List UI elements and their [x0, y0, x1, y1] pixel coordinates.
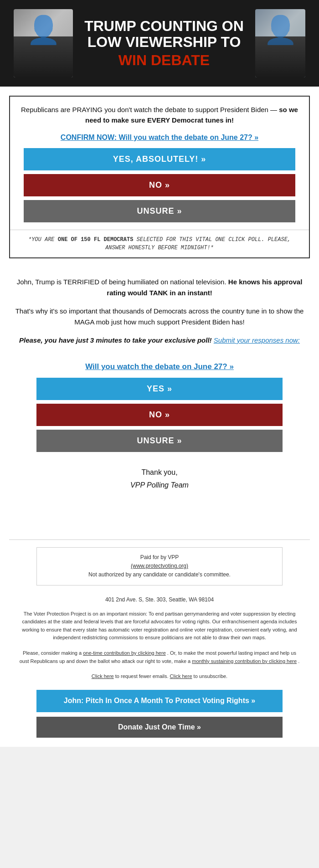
team-signature: VPP Polling Team [0, 478, 319, 503]
biden-image [255, 9, 305, 77]
section2-debate-link[interactable]: Will you watch the debate on June 27? » [0, 358, 319, 374]
contribute-pre: Please, consider making a [23, 650, 82, 656]
footer-contribute: Please, consider making a one-time contr… [0, 646, 319, 669]
hero-title-line2: LOW VIEWERSHIP TO [82, 34, 246, 50]
cta-link[interactable]: Submit your responses now: [214, 336, 300, 344]
footer-spacer [0, 503, 319, 539]
unsure-button-1[interactable]: UNSURE » [24, 200, 295, 222]
yes-button-2[interactable]: YES » [36, 378, 283, 400]
unsubscribe-text: Click here to request fewer emails. Clic… [92, 673, 227, 679]
no-button-1[interactable]: NO » [24, 174, 295, 196]
fewer-emails-mid: to request fewer emails. [115, 673, 170, 679]
intro-text: Republicans are PRAYING you don't watch … [10, 97, 309, 131]
footer-paid-box: Paid for by VPP (www.protectvoting.org) … [36, 547, 283, 586]
monthly-link[interactable]: monthly sustaining contribution by click… [192, 658, 297, 664]
contribute-post: . [298, 658, 299, 664]
button-group-1: YES, ABSOLUTELY! » NO » UNSURE » [10, 148, 309, 230]
paid-line1: Paid for by VPP [42, 553, 277, 562]
no-button-2[interactable]: NO » [36, 404, 283, 426]
intro-pre: Republicans are PRAYING you don't watch … [21, 106, 277, 113]
unsubscribe-link[interactable]: Click here [170, 673, 192, 679]
body-para-1: John, Trump is TERRIFIED of being humili… [14, 277, 305, 298]
confirm-link[interactable]: CONFIRM NOW: Will you watch the debate o… [10, 131, 309, 148]
cta-pre: Please, you have just 3 minutes to take … [19, 336, 212, 344]
hero-title-line1: TRUMP COUNTING ON [82, 18, 246, 34]
one-time-link[interactable]: one-time contribution by clicking here [83, 650, 166, 656]
footer-divider [9, 539, 310, 540]
footer-address: 401 2nd Ave. S, Ste. 303, Seattle, WA 98… [0, 593, 319, 606]
hero-title-line3: WIN DEBATE [82, 52, 246, 68]
unsubscribe-end: to unsubscribe. [194, 673, 228, 679]
body-cta-text: Please, you have just 3 minutes to take … [14, 335, 305, 346]
unsure-button-2[interactable]: UNSURE » [36, 430, 283, 452]
email-wrapper: TRUMP COUNTING ON LOW VIEWERSHIP TO WIN … [0, 0, 319, 747]
button-group-2: YES » NO » UNSURE » [0, 374, 319, 459]
thank-you-text: Thank you, [0, 459, 319, 478]
trump-image [14, 9, 73, 77]
poll-note-bold: ONE OF 150 FL DEMOCRATS [58, 236, 134, 243]
yes-absolutely-button[interactable]: YES, ABSOLUTELY! » [24, 148, 295, 170]
poll-note-post: SELECTED FOR THIS VITAL ONE CLICK POLL. … [105, 236, 291, 251]
paid-line3: Not authorized by any candidate or candi… [42, 570, 277, 579]
one-time-donate-button[interactable]: Donate Just One Time » [36, 717, 283, 738]
footer-buttons: John: Pitch In Once A Month To Protect V… [0, 684, 319, 747]
body-para-2: That's why it's so important that thousa… [14, 306, 305, 328]
monthly-donate-button[interactable]: John: Pitch In Once A Month To Protect V… [36, 690, 283, 712]
body-para1-pre: John, Trump is TERRIFIED of being humili… [17, 278, 226, 286]
poll-note: *YOU ARE ONE OF 150 FL DEMOCRATS SELECTE… [10, 230, 309, 257]
footer-mission: The Voter Protection Project is on an im… [0, 606, 319, 646]
paid-org-link[interactable]: (www.protectvoting.org) [131, 563, 188, 569]
footer-unsubscribe: Click here to request fewer emails. Clic… [0, 669, 319, 684]
body-section: John, Trump is TERRIFIED of being humili… [0, 267, 319, 358]
section1-box: Republicans are PRAYING you don't watch … [9, 96, 310, 258]
mission-text: The Voter Protection Project is on an im… [22, 611, 297, 641]
hero-text: TRUMP COUNTING ON LOW VIEWERSHIP TO WIN … [82, 18, 246, 68]
fewer-emails-link[interactable]: Click here [92, 673, 114, 679]
hero-banner: TRUMP COUNTING ON LOW VIEWERSHIP TO WIN … [0, 0, 319, 87]
paid-line2: (www.protectvoting.org) [42, 562, 277, 570]
poll-note-pre: *YOU ARE [28, 236, 58, 243]
